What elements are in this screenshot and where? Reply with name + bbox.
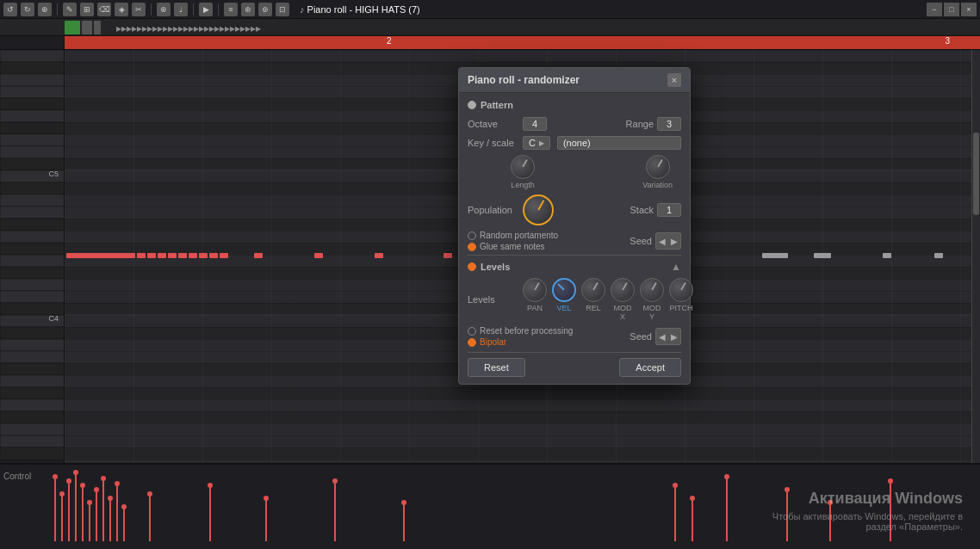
- reset-button[interactable]: Reset: [468, 358, 525, 377]
- accept-button[interactable]: Accept: [619, 358, 681, 377]
- minimize-button[interactable]: −: [927, 3, 942, 16]
- variation-knob-group: Variation: [642, 155, 673, 189]
- portamento-radio[interactable]: [468, 231, 476, 240]
- dialog-close-button[interactable]: ×: [667, 73, 681, 87]
- svg-point-108: [208, 483, 213, 488]
- octave-range-row: Octave 4 Range 3: [468, 117, 681, 131]
- svg-point-97: [59, 491, 65, 497]
- range-value[interactable]: 3: [657, 117, 681, 131]
- levels-radio[interactable]: [468, 262, 476, 271]
- variation-knob[interactable]: [646, 155, 670, 179]
- mody-label: MOD Y: [640, 304, 664, 321]
- tool1-icon[interactable]: ≡: [224, 3, 238, 16]
- svg-point-106: [121, 504, 127, 509]
- zoom-icon[interactable]: ⊕: [157, 3, 171, 16]
- population-knob[interactable]: [523, 194, 554, 225]
- play-icon[interactable]: ▶: [199, 3, 213, 16]
- timeline[interactable]: 2 3: [0, 36, 980, 50]
- length-knob[interactable]: [511, 155, 535, 179]
- variation-label: Variation: [642, 181, 673, 189]
- stack-value[interactable]: 1: [657, 203, 681, 217]
- svg-rect-2: [94, 21, 101, 34]
- tool4-icon[interactable]: ⊡: [276, 3, 289, 16]
- levels-seed-prev-button[interactable]: ◀: [656, 329, 668, 344]
- select-icon[interactable]: ⊞: [80, 3, 94, 16]
- svg-rect-0: [65, 21, 80, 34]
- svg-rect-1: [82, 21, 92, 34]
- pan-knob[interactable]: [523, 278, 547, 302]
- mody-knob[interactable]: [640, 278, 664, 302]
- seed-prev-button[interactable]: ◀: [656, 233, 668, 249]
- svg-rect-27: [0, 327, 65, 339]
- svg-rect-25: [0, 303, 65, 315]
- glue-radio[interactable]: [468, 243, 476, 251]
- control-bar: Control: [0, 463, 980, 549]
- svg-rect-8: [0, 98, 65, 110]
- pitch-knob[interactable]: [669, 278, 693, 302]
- window-controls: − □ ×: [927, 3, 977, 16]
- svg-rect-35: [0, 423, 65, 435]
- vel-knob-group: VEL: [552, 278, 576, 321]
- maximize-button[interactable]: □: [944, 3, 959, 16]
- svg-rect-37: [0, 447, 65, 460]
- levels-toggle[interactable]: Levels: [468, 262, 510, 272]
- pan-label: PAN: [527, 304, 543, 312]
- levels-seed-nav[interactable]: ◀ ▶: [655, 328, 681, 345]
- svg-rect-30: [0, 363, 65, 375]
- magnet-icon[interactable]: ⊕: [38, 3, 52, 16]
- reset-radio[interactable]: [468, 327, 476, 336]
- svg-point-110: [332, 478, 338, 484]
- sep3: [193, 3, 194, 15]
- svg-rect-15: [0, 182, 65, 194]
- svg-rect-24: [0, 291, 65, 303]
- svg-rect-31: [0, 375, 65, 387]
- undo-icon[interactable]: ↺: [3, 3, 17, 16]
- tool2-icon[interactable]: ⊛: [241, 3, 255, 16]
- portamento-label: Random portamento: [480, 231, 558, 240]
- slice-icon[interactable]: ✂: [132, 3, 146, 16]
- svg-point-122: [828, 500, 833, 505]
- svg-rect-5: [0, 62, 65, 74]
- svg-rect-71: [314, 253, 323, 258]
- pitch-knob-group: PITCH: [669, 278, 693, 321]
- length-label: Length: [511, 181, 535, 189]
- svg-point-104: [108, 496, 113, 501]
- reset-label: Reset before processing: [480, 326, 573, 336]
- levels-collapse-button[interactable]: ▲: [671, 261, 681, 273]
- vertical-scrollbar[interactable]: [971, 50, 980, 463]
- population-stack-row: Population Stack 1: [468, 194, 681, 225]
- levels-seed-next-button[interactable]: ▶: [668, 329, 680, 344]
- dialog-header: Piano roll - randomizer ×: [459, 68, 690, 93]
- dialog-body: Pattern Octave 4 Range 3 Key / scale C ▶…: [459, 93, 690, 384]
- octave-value[interactable]: 4: [523, 117, 547, 131]
- pattern-radio[interactable]: [468, 101, 476, 109]
- svg-rect-20: [0, 243, 65, 255]
- mute-icon[interactable]: ◈: [115, 3, 128, 16]
- scale-select[interactable]: (none): [557, 136, 681, 150]
- close-button[interactable]: ×: [961, 3, 977, 16]
- rubber-icon[interactable]: ⌫: [97, 3, 111, 16]
- bipolar-radio[interactable]: [468, 338, 476, 347]
- pattern-seed-nav[interactable]: ◀ ▶: [655, 232, 681, 250]
- vel-knob[interactable]: [552, 278, 576, 302]
- svg-rect-9: [0, 110, 65, 122]
- toolbar-title: ♪ Piano roll - HIGH HATS (7): [300, 4, 420, 15]
- svg-rect-33: [0, 399, 65, 411]
- levels-seed-row: Seed ◀ ▶: [630, 328, 681, 345]
- tool3-icon[interactable]: ⊚: [258, 3, 272, 16]
- levels-label: Levels: [468, 294, 519, 305]
- key-select[interactable]: C ▶: [523, 136, 550, 150]
- svg-rect-77: [883, 253, 891, 258]
- control-lines: [38, 468, 977, 546]
- scroll-thumb[interactable]: [973, 133, 979, 215]
- pencil-icon[interactable]: ✎: [63, 3, 77, 16]
- modx-label: MOD X: [611, 304, 635, 321]
- seed-next-button[interactable]: ▶: [668, 233, 680, 249]
- modx-knob[interactable]: [611, 278, 635, 302]
- pattern-section-toggle[interactable]: Pattern: [468, 100, 681, 110]
- note-icon[interactable]: ♩: [174, 3, 188, 16]
- redo-icon[interactable]: ↻: [21, 3, 34, 16]
- length-variation-row: Length Variation: [468, 155, 681, 189]
- rel-knob[interactable]: [581, 278, 605, 302]
- dialog-title: Piano roll - randomizer: [468, 74, 580, 86]
